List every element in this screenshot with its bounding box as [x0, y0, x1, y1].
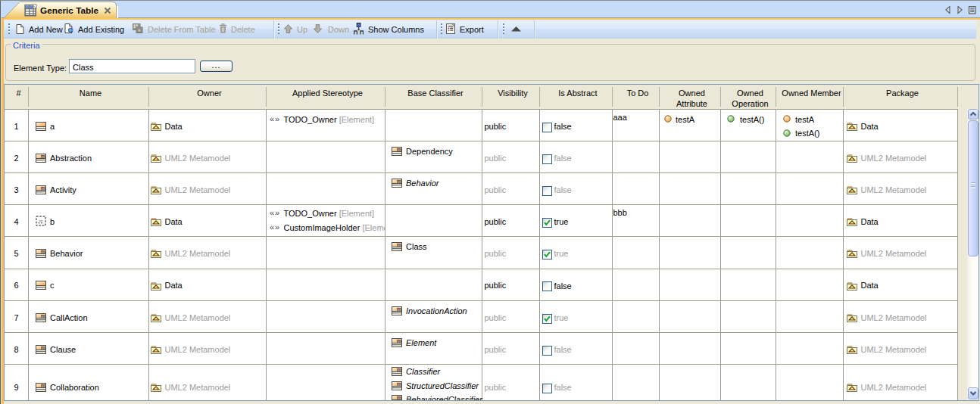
svg-text:m: m: [397, 367, 401, 372]
svg-text:m: m: [397, 395, 401, 400]
svg-text:m: m: [41, 249, 45, 254]
svg-text:m: m: [397, 179, 401, 184]
svg-text:m: m: [397, 147, 401, 152]
svg-text:m: m: [397, 242, 401, 247]
svg-text:m: m: [41, 185, 45, 191]
svg-text:m: m: [41, 383, 45, 388]
svg-text:m: m: [41, 154, 45, 159]
svg-text:m: m: [41, 345, 45, 350]
svg-text:m: m: [397, 306, 401, 312]
svg-text:m: m: [397, 381, 401, 387]
svg-text:m: m: [41, 313, 45, 319]
svg-text:m: m: [397, 338, 401, 343]
